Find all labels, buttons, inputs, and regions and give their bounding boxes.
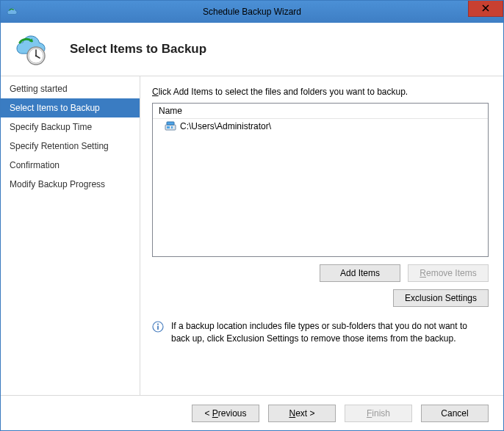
app-icon [5,5,18,18]
list-items-area: C:\Users\Administrator\ [153,119,488,256]
step-confirmation[interactable]: Confirmation [1,156,140,175]
svg-point-8 [157,324,159,325]
exclusion-row: Exclusion Settings [152,289,489,307]
list-column-header[interactable]: Name [153,104,488,119]
wizard-footer: < Previous Next > Finish Cancel [1,395,503,430]
page-title: Select Items to Backup [70,42,206,57]
add-items-button[interactable]: Add Items [320,264,400,282]
svg-rect-5 [171,126,173,128]
close-icon [482,3,489,14]
svg-rect-4 [167,126,170,128]
cancel-button[interactable]: Cancel [421,405,489,422]
step-backup-time[interactable]: Specify Backup Time [1,117,140,137]
list-item[interactable]: C:\Users\Administrator\ [157,120,483,132]
instruction-text: Click Add Items to select the files and … [152,87,489,97]
svg-rect-6 [167,122,174,125]
remove-items-button: Remove Items [408,264,489,282]
exclusion-settings-button[interactable]: Exclusion Settings [393,289,489,307]
item-buttons-row: Add Items Remove Items [152,264,489,282]
finish-button: Finish [345,405,412,422]
step-select-items[interactable]: Select Items to Backup [1,98,140,117]
wizard-body: Getting started Select Items to Backup S… [1,76,503,395]
wizard-window: Schedule Backup Wizard Select Items to B… [0,0,504,431]
wizard-header: Select Items to Backup [1,23,503,76]
titlebar: Schedule Backup Wizard [1,1,503,23]
info-icon [152,321,164,333]
list-item-path: C:\Users\Administrator\ [180,121,271,131]
info-box: If a backup location includes file types… [152,320,489,345]
previous-button[interactable]: < Previous [192,405,259,422]
svg-point-2 [35,55,37,57]
steps-sidebar: Getting started Select Items to Backup S… [1,76,140,395]
info-text: If a backup location includes file types… [171,320,484,345]
drive-icon [165,121,176,131]
items-listbox[interactable]: Name C:\Users\Administrator\ [152,103,489,257]
close-button[interactable] [468,1,503,17]
content-panel: Click Add Items to select the files and … [140,76,503,395]
step-retention[interactable]: Specify Retention Setting [1,137,140,156]
next-button[interactable]: Next > [268,405,336,422]
svg-rect-9 [157,326,159,330]
step-getting-started[interactable]: Getting started [1,79,140,98]
cloud-clock-icon [12,31,55,68]
window-title: Schedule Backup Wizard [1,7,503,17]
step-modify-progress[interactable]: Modify Backup Progress [1,175,140,194]
